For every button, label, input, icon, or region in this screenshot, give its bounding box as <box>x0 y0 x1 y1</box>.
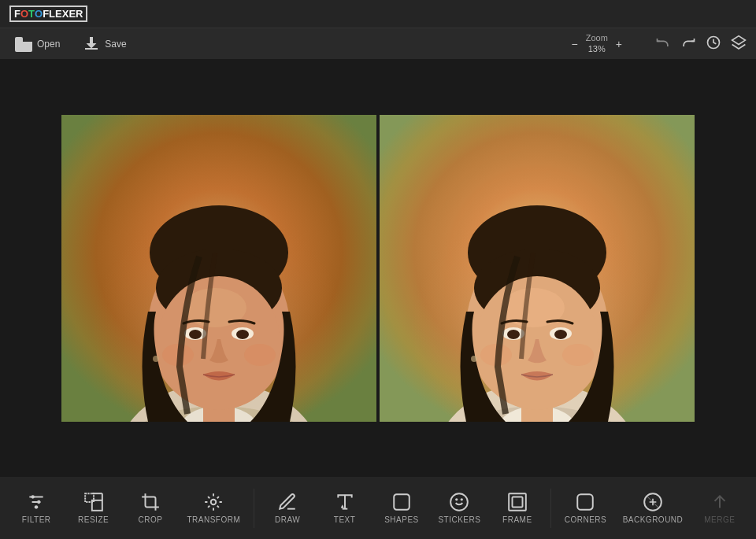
logo-box: F O T O FLEXER <box>9 6 87 22</box>
tool-crop[interactable]: CROP <box>127 485 174 530</box>
undo-button[interactable] <box>655 35 671 54</box>
right-photo-panel <box>380 115 695 422</box>
draw-label: DRAW <box>275 515 300 524</box>
tool-resize[interactable]: RESIZE <box>70 485 117 530</box>
frame-icon <box>507 492 528 512</box>
frame-label: FRAME <box>502 515 532 524</box>
tool-stickers[interactable]: STICKERS <box>435 485 484 530</box>
crop-label: CROP <box>139 515 163 524</box>
zoom-label: Zoom <box>586 33 608 43</box>
zoom-text: Zoom 13% <box>586 33 608 54</box>
transform-label: TRANSFORM <box>187 515 240 524</box>
svg-point-45 <box>32 495 35 498</box>
text-icon <box>335 492 355 512</box>
svg-rect-59 <box>512 497 522 508</box>
corners-icon <box>575 492 595 512</box>
corners-label: CORNERS <box>565 515 607 524</box>
zoom-in-button[interactable]: + <box>614 39 624 50</box>
svg-point-52 <box>211 500 217 505</box>
svg-point-36 <box>507 330 520 339</box>
tool-shapes[interactable]: SHAPES <box>378 485 425 530</box>
crop-icon <box>140 492 161 512</box>
images-container <box>61 115 695 422</box>
text-label: TEXT <box>334 515 356 524</box>
open-button[interactable]: Open <box>9 32 65 56</box>
zoom-area: − Zoom 13% + <box>570 33 624 54</box>
left-photo <box>61 115 376 422</box>
logo-flexer: FLEXER <box>43 8 83 20</box>
stickers-label: STICKERS <box>438 515 480 524</box>
resize-icon <box>83 492 104 512</box>
svg-point-55 <box>451 493 469 511</box>
tool-background[interactable]: BACKGROUND <box>620 485 687 530</box>
tool-frame[interactable]: FRAME <box>494 485 541 530</box>
svg-point-41 <box>471 356 477 362</box>
svg-point-18 <box>236 330 249 339</box>
top-bar: F O T O FLEXER <box>0 0 756 28</box>
right-photo <box>380 115 695 422</box>
zoom-value: 13% <box>588 44 606 54</box>
svg-marker-2 <box>732 35 746 44</box>
shapes-icon <box>391 492 412 512</box>
left-photo-panel <box>61 115 376 422</box>
save-label: Save <box>105 39 126 50</box>
shapes-label: SHAPES <box>384 515 419 524</box>
transform-icon <box>203 492 224 512</box>
svg-point-47 <box>35 505 38 508</box>
tool-corners[interactable]: CORNERS <box>561 485 610 530</box>
toolbar-right <box>655 35 747 54</box>
filter-icon <box>26 492 46 512</box>
tool-merge[interactable]: MERGE <box>696 485 743 530</box>
svg-point-21 <box>153 356 159 362</box>
divider-2 <box>550 489 551 528</box>
logo-o2: O <box>35 8 43 20</box>
logo-o: O <box>20 8 28 20</box>
resize-label: RESIZE <box>78 515 109 524</box>
logo-f: F <box>14 8 20 20</box>
svg-point-40 <box>562 344 594 366</box>
background-label: BACKGROUND <box>623 515 684 524</box>
history-button[interactable] <box>706 35 721 54</box>
zoom-out-button[interactable]: − <box>570 39 580 50</box>
logo-area: F O T O FLEXER <box>9 6 87 22</box>
canvas-area <box>0 60 756 476</box>
tool-text[interactable]: TEXT <box>321 485 369 530</box>
svg-point-20 <box>244 344 276 366</box>
layers-button[interactable] <box>731 35 747 54</box>
tool-draw[interactable]: DRAW <box>264 485 311 530</box>
svg-rect-58 <box>509 493 526 511</box>
tool-filter[interactable]: FILTER <box>13 485 60 530</box>
divider-1 <box>254 489 254 528</box>
background-icon <box>643 492 663 512</box>
merge-label: MERGE <box>704 515 735 524</box>
svg-rect-60 <box>578 494 594 510</box>
logo-t: T <box>28 8 35 20</box>
draw-icon <box>277 492 298 512</box>
merge-icon <box>710 492 730 512</box>
tool-transform[interactable]: TRANSFORM <box>183 485 243 530</box>
main-toolbar: Open Save − Zoom 13% + <box>0 28 756 60</box>
filter-label: FILTER <box>22 515 51 524</box>
svg-point-38 <box>554 330 567 339</box>
redo-button[interactable] <box>680 35 696 54</box>
svg-point-46 <box>37 500 40 504</box>
stickers-icon <box>449 492 469 512</box>
bottom-toolbar: FILTER RESIZE CROP <box>0 476 756 539</box>
save-button[interactable]: Save <box>77 32 131 56</box>
svg-point-16 <box>189 330 202 339</box>
open-label: Open <box>37 39 60 50</box>
